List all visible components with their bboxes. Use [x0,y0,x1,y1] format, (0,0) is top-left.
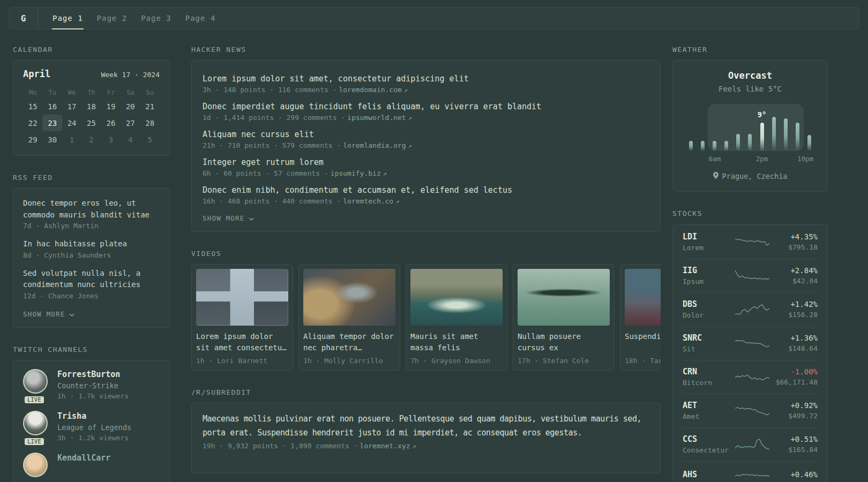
calendar-day: 15 [23,98,42,115]
rss-item[interactable]: Sed volutpat nulla nisl, a condimentum n… [23,268,160,300]
hn-item-domain-link[interactable]: loremdomain.com [339,86,401,94]
hn-item-title[interactable]: Lorem ipsum dolor sit amet, consectetur … [203,73,649,85]
hn-item-title[interactable]: Aliquam nec cursus elit [203,129,649,140]
weather-feels-like: Feels like 5°C [684,85,817,93]
stock-symbol[interactable]: LDI [683,232,735,242]
external-link-icon: ↗ [408,114,412,122]
video-title[interactable]: Nullam posuere cursus ex [518,331,610,353]
rss-item-title[interactable]: Sed volutpat nulla nisl, a condimentum n… [23,268,160,291]
hacker-news-section: HACKER NEWS Lorem ipsum dolor sit amet, … [191,46,661,232]
stock-symbol[interactable]: CCS [683,434,735,444]
hn-show-more-label: SHOW MORE [203,214,245,222]
weather-hour-axis: 6am 2pm 10pm [688,155,812,164]
section-title-weather: WEATHER [672,46,828,54]
hn-item-title[interactable]: Donec enim nibh, condimentum et accumsan… [203,184,649,196]
page-tab[interactable]: Page 2 [90,7,134,29]
hn-item-meta: 21h · 710 points · 579 comments ·loremla… [203,141,649,149]
stock-name: Lorem [683,244,735,252]
hn-item-domain-link[interactable]: loremtech.co [343,197,393,205]
weekday-label: Mo [23,87,42,98]
video-thumbnail[interactable] [410,269,503,326]
hn-item-title[interactable]: Donec imperdiet augue tincidunt felis al… [203,101,649,112]
calendar-month: April [23,69,50,79]
stock-sparkline [735,235,769,250]
weather-condition: Overcast [684,70,817,81]
hn-item: Aliquam nec cursus elit 21h · 710 points… [203,129,649,149]
avatar [23,453,48,477]
stock-name: Sit [683,345,735,353]
reddit-post-stats: 19h · 9,932 points · 1,090 comments · [203,442,358,450]
video-title[interactable]: Mauris sit amet massa felis [410,331,503,353]
stock-values: +4.35% $795.18 [788,232,818,251]
twitch-channel-row[interactable]: KendallCarr [23,453,160,482]
twitch-channel-name[interactable]: Trisha [57,411,131,421]
page-tab[interactable]: Page 1 [46,7,90,29]
video-card[interactable]: Mauris sit amet massa felis 7h · Grayson… [406,264,507,371]
hn-item-domain-link[interactable]: ipsumworld.net [347,114,406,122]
stock-symbol[interactable]: SNRC [683,333,735,343]
stock-row: LDI Lorem +4.35% $795.18 [683,225,818,259]
twitch-channel-row[interactable]: LIVE ForrestBurton Counter-Strike 1h · 1… [23,369,160,402]
rss-item-title[interactable]: Donec tempor eros leo, ut commodo mauris… [23,198,160,221]
twitch-channel-meta: 3h · 1.2k viewers [57,434,131,442]
avatar [23,369,48,394]
stock-symbol[interactable]: DBS [683,299,735,309]
app-logo[interactable]: G [9,7,38,29]
stock-id: SNRC Sit [683,333,735,353]
twitch-channel-game: League of Legends [57,423,131,432]
reddit-post-domain-link[interactable]: loremnet.xyz [360,442,410,450]
hn-item-title[interactable]: Integer eget rutrum lorem [203,156,649,168]
subreddit-widget: Maecenas mollis pulvinar erat non posuer… [191,403,661,473]
external-link-icon: ↗ [413,442,416,450]
stock-name: Bitcorn [683,379,735,387]
hn-show-more-button[interactable]: SHOW MORE [203,214,254,222]
video-title[interactable]: Suspendisse diam [625,331,661,353]
video-card[interactable]: Lorem ipsum dolor sit amet consectetu… 1… [191,264,293,371]
rss-item[interactable]: In hac habitasse platea 8d · Cynthia Sau… [23,238,160,259]
calendar-day: 2 [81,131,101,148]
hacker-news-list: Lorem ipsum dolor sit amet, consectetur … [203,73,649,205]
stock-change: +0.51% [788,435,818,443]
video-thumbnail[interactable] [303,269,395,326]
stock-symbol[interactable]: AET [683,401,735,410]
stock-price: $165.84 [788,446,818,454]
hn-item-domain-link[interactable]: ipsumify.biz [331,169,381,177]
stocks-widget: LDI Lorem +4.35% $795.18 [672,224,828,482]
stock-values: +0.51% $165.84 [788,435,818,454]
twitch-channel-name[interactable]: KendallCarr [57,453,110,463]
reddit-post-title[interactable]: Maecenas mollis pulvinar erat non posuer… [203,412,649,440]
rss-item-title[interactable]: In hac habitasse platea [23,238,160,250]
stock-symbol[interactable]: CRN [683,367,735,376]
twitch-channel-info: KendallCarr [57,453,110,482]
video-card[interactable]: Suspendisse diam 18h · Tara [620,264,661,371]
video-thumbnail[interactable] [196,269,288,326]
video-card[interactable]: Nullam posuere cursus ex 17h · Stefan Co… [513,264,615,371]
twitch-channel-info: Trisha League of Legends 3h · 1.2k viewe… [57,411,131,443]
video-title[interactable]: Aliquam tempor dolor nec pharetra… [303,331,395,353]
hn-item-domain-link[interactable]: loremlandia.org [343,141,406,149]
twitch-channel-row[interactable]: LIVE Trisha League of Legends 3h · 1.2k … [23,411,160,443]
chevron-down-icon [249,214,254,222]
rss-show-more-button[interactable]: SHOW MORE [23,310,74,318]
weekday-label: We [62,87,81,98]
rss-item[interactable]: Donec tempor eros leo, ut commodo mauris… [23,198,160,230]
twitch-channel-name[interactable]: ForrestBurton [57,370,129,379]
video-title[interactable]: Lorem ipsum dolor sit amet consectetu… [196,331,288,353]
video-thumbnail[interactable] [518,269,610,326]
video-card[interactable]: Aliquam tempor dolor nec pharetra… 1h · … [298,264,400,371]
page-tab[interactable]: Page 3 [134,7,178,29]
stock-change: +0.46% [790,470,818,479]
stock-symbol[interactable]: IIG [683,266,735,275]
stock-symbol[interactable]: AHS [683,470,735,479]
page-tab[interactable]: Page 4 [178,7,223,29]
stock-values: +1.42% $156.28 [788,300,818,319]
stock-id: CCS Consectetur [683,434,735,454]
external-link-icon: ↗ [404,86,408,94]
stocks-list: LDI Lorem +4.35% $795.18 [683,225,818,482]
twitch-section: TWITCH CHANNELS LIVE [13,345,170,482]
stock-change: +4.35% [788,232,818,241]
weather-hour-bar [724,141,728,151]
stock-change: -1.00% [776,367,818,376]
weather-hour-bar [796,123,799,151]
video-thumbnail[interactable] [625,269,661,326]
